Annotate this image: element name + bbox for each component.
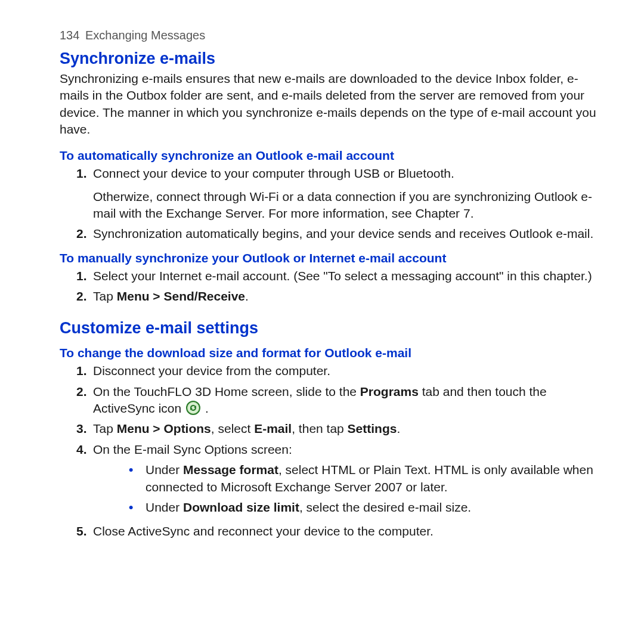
bullet-item: • Under Download size limit, select the … <box>93 499 596 516</box>
step-list: 1. Select your Internet e-mail account. … <box>60 268 596 305</box>
list-item: 1. Connect your device to your computer … <box>60 165 596 222</box>
section-intro: Synchronizing e-mails ensures that new e… <box>60 70 596 138</box>
chapter-title: Exchanging Messages <box>85 29 205 42</box>
bullet-item: • Under Message format, select HTML or P… <box>93 462 596 496</box>
bullet-list: • Under Message format, select HTML or P… <box>93 462 596 516</box>
page-header: 134 Exchanging Messages <box>60 29 596 42</box>
list-item: 2. On the TouchFLO 3D Home screen, slide… <box>60 383 596 417</box>
manual-page: 134 Exchanging Messages Synchronize e-ma… <box>0 0 644 644</box>
list-item: 5. Close ActiveSync and reconnect your d… <box>60 523 596 540</box>
step-list: 1. Connect your device to your computer … <box>60 165 596 242</box>
subsection-heading: To automatically synchronize an Outlook … <box>60 148 596 163</box>
activesync-icon <box>186 401 200 415</box>
list-item: 2. Tap Menu > Send/Receive. <box>60 288 596 305</box>
step-list: 1. Disconnect your device from the compu… <box>60 363 596 540</box>
list-item: 1. Disconnect your device from the compu… <box>60 363 596 379</box>
list-item: 3. Tap Menu > Options, select E-mail, th… <box>60 420 596 437</box>
subsection-heading: To change the download size and format f… <box>60 346 596 360</box>
list-item: 1. Select your Internet e-mail account. … <box>60 268 596 284</box>
list-item: 4. On the E-mail Sync Options screen: • … <box>60 441 596 519</box>
bullet-dot-icon: • <box>129 499 145 516</box>
list-item: 2. Synchronization automatically begins,… <box>60 225 596 242</box>
section-heading: Customize e-mail settings <box>60 319 596 338</box>
bullet-dot-icon: • <box>129 462 145 478</box>
page-number: 134 <box>60 29 79 42</box>
section-heading: Synchronize e-mails <box>60 49 596 68</box>
subsection-heading: To manually synchronize your Outlook or … <box>60 251 596 265</box>
